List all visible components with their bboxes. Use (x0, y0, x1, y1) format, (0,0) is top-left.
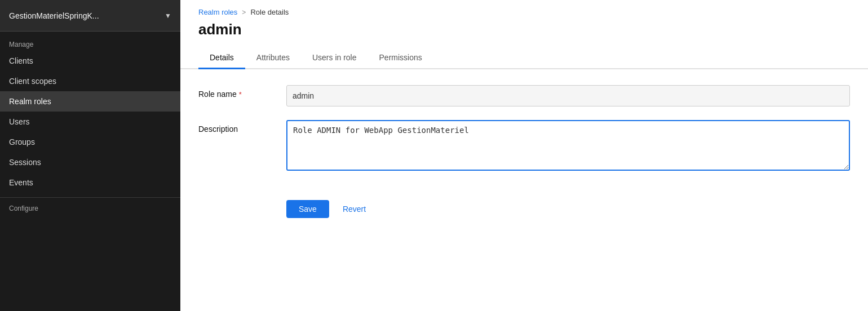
page-title: admin (180, 19, 868, 47)
role-name-row: Role name * (198, 85, 850, 106)
role-name-label: Role name * (198, 85, 277, 99)
sidebar-header[interactable]: GestionMaterielSpringK... ▼ (0, 0, 180, 32)
breadcrumb-realm-roles-link[interactable]: Realm roles (198, 8, 237, 16)
role-name-input[interactable] (286, 85, 850, 106)
tab-attributes[interactable]: Attributes (245, 47, 301, 69)
sidebar-header-label: GestionMaterielSpringK... (9, 11, 160, 20)
chevron-down-icon: ▼ (165, 12, 171, 20)
description-row: Description (198, 120, 850, 171)
sidebar: GestionMaterielSpringK... ▼ Manage Clien… (0, 0, 180, 311)
tabs-bar: Details Attributes Users in role Permiss… (180, 47, 868, 69)
description-textarea[interactable] (286, 120, 850, 171)
breadcrumb-current: Role details (250, 8, 289, 16)
save-button[interactable]: Save (286, 200, 329, 218)
sidebar-section-manage: Manage (0, 32, 180, 51)
breadcrumb-separator: > (242, 8, 246, 16)
sidebar-item-realm-roles[interactable]: Realm roles (0, 91, 180, 112)
sidebar-item-groups[interactable]: Groups (0, 132, 180, 152)
revert-button[interactable]: Revert (336, 200, 373, 218)
sidebar-item-sessions[interactable]: Sessions (0, 152, 180, 172)
required-star: * (239, 90, 242, 99)
sidebar-item-clients[interactable]: Clients (0, 51, 180, 71)
form-area: Role name * Description (180, 69, 868, 200)
sidebar-item-users[interactable]: Users (0, 112, 180, 132)
description-label: Description (198, 120, 277, 134)
sidebar-item-events[interactable]: Events (0, 172, 180, 193)
tab-users-in-role[interactable]: Users in role (301, 47, 368, 69)
sidebar-divider (0, 197, 180, 198)
button-row: Save Revert (268, 200, 868, 234)
tab-permissions[interactable]: Permissions (368, 47, 433, 69)
sidebar-section-configure: Configure (0, 202, 180, 215)
breadcrumb: Realm roles > Role details (180, 0, 868, 19)
tab-details[interactable]: Details (198, 47, 245, 69)
main-content: Realm roles > Role details admin Details… (180, 0, 868, 311)
sidebar-item-client-scopes[interactable]: Client scopes (0, 71, 180, 91)
